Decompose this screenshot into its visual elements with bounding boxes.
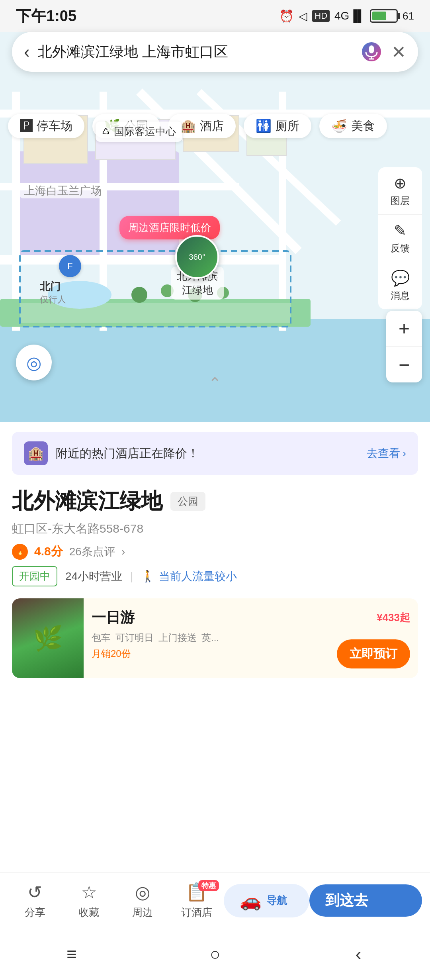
cat-parking[interactable]: 🅿 停车场 [8, 114, 84, 138]
svg-rect-3 [0, 255, 279, 265]
tour-image: 🌿 [12, 598, 84, 678]
restroom-icon: 🚻 [256, 118, 272, 133]
battery-fill [372, 12, 386, 20]
svg-rect-24 [369, 45, 374, 53]
car-icon: 🚗 [240, 890, 262, 911]
go-here-button[interactable]: 到这去 [309, 884, 422, 917]
clear-search-button[interactable]: ✕ [391, 42, 406, 62]
tour-sales: 月销20份 [92, 647, 321, 660]
navigate-button[interactable]: 🚗 导航 [224, 884, 309, 917]
place-title-row: 北外滩滨江绿地 公园 [12, 487, 418, 516]
message-icon: 💬 [391, 269, 410, 287]
svg-rect-1 [0, 319, 430, 422]
book-hotel-label: 订酒店 [181, 906, 212, 919]
place-name: 北外滩滨江绿地 [12, 487, 162, 516]
back-nav-icon: ‹ [356, 944, 362, 964]
menu-icon: ≡ [66, 944, 77, 964]
bottom-panel: 🏨 附近的热门酒店正在降价！ 去查看 › 北外滩滨江绿地 公园 虹口区-东大名路… [0, 422, 430, 928]
tour-image-inner: 🌿 [12, 598, 84, 678]
zoom-controls: + − [386, 311, 422, 382]
tour-tags: 包车 可订明日 上门接送 英... [92, 631, 321, 644]
svg-text:🔥: 🔥 [17, 549, 24, 555]
back-nav-button[interactable]: ‹ [342, 938, 374, 970]
hotel-strip-icon: 🏨 [24, 441, 48, 465]
flow-info: 🚶 当前人流量较小 [141, 569, 237, 584]
place-type-badge: 公园 [170, 492, 205, 511]
tour-tag-0: 包车 [92, 631, 111, 644]
rating-icon: 🔥 [12, 544, 28, 560]
status-bar: 下午1:05 ⏰ ◁ HD 4G▐▌ 61 [0, 0, 430, 32]
home-button[interactable]: ○ [199, 938, 231, 970]
signal-icon: 4G▐▌ [334, 10, 365, 22]
message-button[interactable]: 💬 消息 [378, 262, 422, 309]
tour-tag-3: 英... [201, 631, 219, 644]
flow-status: 当前人流量较小 [159, 569, 237, 584]
collect-label: 收藏 [78, 906, 99, 919]
north-gate-marker[interactable]: F [59, 255, 81, 277]
my-location-button[interactable]: ◎ [16, 345, 52, 380]
photo-sphere-360[interactable]: 360° [175, 235, 219, 279]
share-label: 分享 [25, 906, 45, 919]
cat-restroom[interactable]: 🚻 厕所 [244, 114, 311, 138]
tour-tag-1: 可订明日 [115, 631, 154, 644]
food-icon: 🍜 [331, 118, 347, 133]
alarm-icon: ⏰ [279, 9, 294, 23]
book-hotel-button[interactable]: 📋 订酒店 特惠 [170, 878, 223, 923]
hotel-discount-strip[interactable]: 🏨 附近的热门酒店正在降价！ 去查看 › [12, 432, 418, 475]
tour-tag-2: 上门接送 [158, 631, 197, 644]
feedback-button[interactable]: ✎ 反馈 [378, 215, 422, 262]
layers-icon: ⊕ [394, 174, 407, 192]
tour-title: 一日游 [92, 608, 321, 627]
rating-score: 4.8分 [34, 543, 63, 560]
system-nav-bar: ≡ ○ ‹ [0, 928, 430, 980]
review-count: 26条点评 [69, 544, 115, 559]
rating-row[interactable]: 🔥 4.8分 26条点评 › [12, 543, 418, 560]
open-badge: 开园中 [12, 566, 57, 586]
zoom-in-button[interactable]: + [386, 311, 422, 347]
hotel-icon: 🏨 [180, 118, 196, 133]
cat-food[interactable]: 🍜 美食 [319, 114, 387, 138]
battery-icon [370, 9, 398, 23]
intl-terminal-label: ♺ 国际客运中心 [96, 122, 182, 142]
book-now-button[interactable]: 立即预订 [337, 639, 410, 668]
side-menu: ⊕ 图层 ✎ 反馈 💬 消息 [378, 167, 422, 309]
parking-icon: 🅿 [20, 119, 33, 133]
open-status-row: 开园中 24小时营业 | 🚶 当前人流量较小 [12, 566, 418, 586]
mic-svg [362, 42, 381, 61]
back-button[interactable]: ‹ [24, 42, 30, 62]
nearby-button[interactable]: ◎ 周边 [116, 878, 170, 923]
search-query[interactable]: 北外滩滨江绿地 上海市虹口区 [38, 42, 360, 62]
zoom-out-button[interactable]: − [386, 347, 422, 382]
tour-card[interactable]: 🌿 一日游 包车 可订明日 上门接送 英... 月销20份 ¥433起 立即预订 [12, 598, 418, 678]
collect-button[interactable]: ☆ 收藏 [62, 878, 115, 923]
svg-point-19 [131, 287, 147, 303]
share-button[interactable]: ↺ 分享 [8, 878, 62, 923]
place-address: 虹口区-东大名路558-678 [12, 521, 418, 537]
feedback-icon: ✎ [394, 222, 407, 239]
hours-text: 24小时营业 [65, 569, 122, 584]
search-bar[interactable]: ‹ 北外滩滨江绿地 上海市虹口区 ✕ [12, 32, 418, 72]
home-icon: ○ [210, 944, 221, 964]
battery-percent: 61 [403, 10, 414, 22]
place-info: 北外滩滨江绿地 公园 虹口区-东大名路558-678 🔥 4.8分 26条点评 … [0, 475, 430, 586]
hd-badge: HD [312, 10, 330, 22]
hotel-strip-text: 附近的热门酒店正在降价！ [56, 445, 359, 462]
pedestrian-icon: 🚶 [141, 570, 155, 583]
review-arrow[interactable]: › [121, 545, 125, 558]
go-label: 到这去 [325, 891, 368, 910]
mic-button[interactable] [360, 40, 383, 64]
status-icons: ⏰ ◁ HD 4G▐▌ 61 [279, 9, 414, 23]
navigate-label: 导航 [266, 894, 287, 907]
map-container[interactable]: 🅿 停车场 🌿 公园 🏨 酒店 🚻 厕所 🍜 美食 ♺ 国际客运中心 上海白玉兰… [0, 32, 430, 422]
drag-handle[interactable]: ⌃ [208, 374, 222, 392]
nearby-label: 周边 [132, 906, 153, 919]
layers-button[interactable]: ⊕ 图层 [378, 167, 422, 215]
location-arrow-icon: ◁ [299, 10, 307, 23]
hotel-strip-link[interactable]: 去查看 › [367, 446, 406, 461]
tour-price: ¥433起 [377, 608, 410, 625]
share-icon: ↺ [27, 882, 42, 902]
menu-button[interactable]: ≡ [56, 938, 88, 970]
north-gate-label: 北门 仅行人 [40, 280, 66, 306]
fire-icon: 🔥 [16, 547, 24, 556]
tour-info: 一日游 包车 可订明日 上门接送 英... 月销20份 [84, 598, 329, 678]
